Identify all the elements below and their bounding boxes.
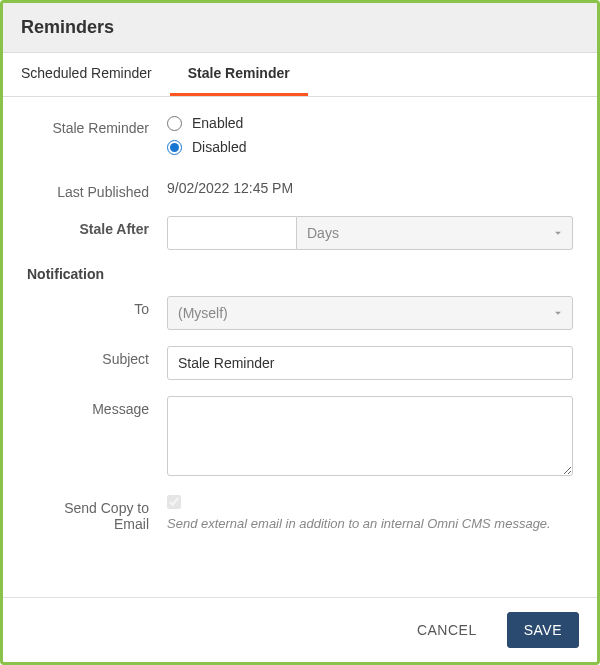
radio-enabled[interactable] bbox=[167, 116, 182, 131]
message-textarea[interactable] bbox=[167, 396, 573, 476]
radio-enabled-label: Enabled bbox=[192, 115, 243, 131]
dialog-title: Reminders bbox=[21, 17, 579, 38]
subject-label: Subject bbox=[27, 346, 167, 367]
radio-disabled[interactable] bbox=[167, 140, 182, 155]
send-copy-checkbox[interactable] bbox=[167, 495, 181, 509]
last-published-label: Last Published bbox=[27, 179, 167, 200]
last-published-value: 9/02/2022 12:45 PM bbox=[167, 179, 573, 196]
to-value: (Myself) bbox=[167, 296, 573, 330]
notification-heading: Notification bbox=[27, 266, 573, 282]
radio-disabled-option[interactable]: Disabled bbox=[167, 139, 573, 155]
stale-after-label: Stale After bbox=[27, 216, 167, 237]
stale-reminder-label: Stale Reminder bbox=[27, 115, 167, 136]
send-copy-label: Send Copy to Email bbox=[27, 495, 167, 532]
to-label: To bbox=[27, 296, 167, 317]
stale-after-amount-input[interactable] bbox=[167, 216, 297, 250]
tab-scheduled-reminder[interactable]: Scheduled Reminder bbox=[3, 53, 170, 96]
save-button[interactable]: SAVE bbox=[507, 612, 579, 648]
to-select[interactable]: (Myself) bbox=[167, 296, 573, 330]
form-content: Stale Reminder Enabled Disabled Last Pub… bbox=[3, 97, 597, 597]
subject-input[interactable] bbox=[167, 346, 573, 380]
dialog-footer: CANCEL SAVE bbox=[3, 597, 597, 662]
tabs: Scheduled Reminder Stale Reminder bbox=[3, 53, 597, 97]
radio-disabled-label: Disabled bbox=[192, 139, 246, 155]
stale-after-unit-select[interactable]: Days bbox=[297, 216, 573, 250]
stale-after-unit-value: Days bbox=[297, 216, 573, 250]
send-copy-helper: Send external email in addition to an in… bbox=[167, 515, 573, 533]
radio-enabled-option[interactable]: Enabled bbox=[167, 115, 573, 131]
stale-reminder-radio-group: Enabled Disabled bbox=[167, 115, 573, 163]
message-label: Message bbox=[27, 396, 167, 417]
cancel-button[interactable]: CANCEL bbox=[401, 613, 493, 647]
titlebar: Reminders bbox=[3, 3, 597, 53]
reminders-dialog: Reminders Scheduled Reminder Stale Remin… bbox=[0, 0, 600, 665]
tab-stale-reminder[interactable]: Stale Reminder bbox=[170, 53, 308, 96]
